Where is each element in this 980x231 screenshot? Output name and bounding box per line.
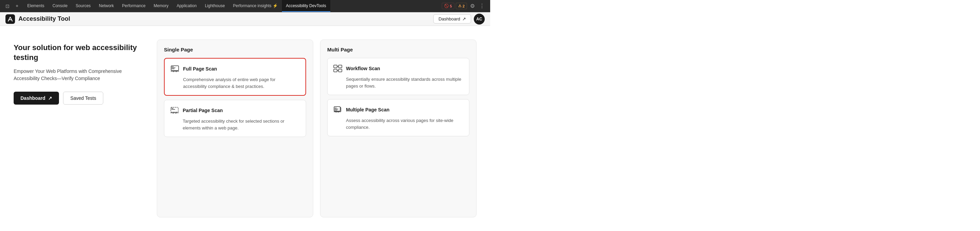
multi-page-group: Multi Page Workflow Scan S <box>320 40 477 217</box>
left-panel: Your solution for web accessibility test… <box>14 40 143 217</box>
logo-icon <box>5 14 15 24</box>
multiple-page-scan-icon <box>333 105 342 115</box>
full-page-scan-header: Full Page Scan <box>170 64 300 73</box>
tab-elements[interactable]: Elements <box>23 0 48 12</box>
tab-lighthouse[interactable]: Lighthouse <box>201 0 229 12</box>
app-header: Accessibility Tool Dashboard ↗ AC <box>0 12 490 26</box>
partial-page-scan-card[interactable]: Partial Page Scan Targeted accessibility… <box>164 100 306 137</box>
tab-console[interactable]: Console <box>48 0 72 12</box>
tab-network[interactable]: Network <box>95 0 118 12</box>
external-link-icon: ↗ <box>462 16 466 21</box>
red-error-count: 5 <box>450 4 452 8</box>
single-page-group: Single Page Full Page Scan Comprehensive <box>157 40 313 217</box>
partial-page-scan-header: Partial Page Scan <box>170 106 300 115</box>
app-title: Accessibility Tool <box>18 15 70 22</box>
dock-icon[interactable]: ⊡ <box>4 3 11 10</box>
header-dashboard-label: Dashboard <box>438 16 460 21</box>
hero-description: Empower Your Web Platforms with Comprehe… <box>14 68 143 82</box>
yellow-error-icon: ⚠ <box>458 4 461 8</box>
partial-page-scan-desc: Targeted accessibility check for selecte… <box>170 118 300 131</box>
tab-performance-insights[interactable]: Performance insights ⚡ <box>229 0 282 12</box>
tab-application[interactable]: Application <box>172 0 201 12</box>
svg-rect-6 <box>339 69 342 72</box>
devtools-system-icons: ⊡ ⌖ <box>2 3 23 10</box>
workflow-scan-icon <box>333 64 342 73</box>
svg-rect-4 <box>339 65 342 68</box>
saved-tests-button[interactable]: Saved Tests <box>63 92 103 105</box>
workflow-scan-card[interactable]: Workflow Scan Sequentially ensure access… <box>327 58 469 95</box>
error-count-red[interactable]: 🚫 5 <box>442 3 454 9</box>
devtools-tab-list: Elements Console Sources Network Perform… <box>23 0 330 12</box>
tab-accessibility-devtools[interactable]: Accessibility DevTools <box>282 0 330 12</box>
devtools-tabbar: ⊡ ⌖ Elements Console Sources Network Per… <box>0 0 490 12</box>
user-avatar: AC <box>474 14 485 24</box>
multiple-page-scan-header: Multiple Page Scan <box>333 105 464 115</box>
partial-page-scan-title: Partial Page Scan <box>183 108 223 113</box>
multi-page-title: Multi Page <box>327 47 469 53</box>
settings-icon[interactable]: ⚙ <box>468 2 477 10</box>
header-right: Dashboard ↗ AC <box>433 14 485 24</box>
hero-title: Your solution for web accessibility test… <box>14 43 143 62</box>
yellow-error-count: 2 <box>463 4 465 8</box>
full-page-scan-icon <box>170 64 180 73</box>
svg-rect-2 <box>171 107 178 112</box>
cards-section: Single Page Full Page Scan Comprehensive <box>157 40 477 217</box>
red-error-icon: 🚫 <box>444 4 449 8</box>
app-logo: Accessibility Tool <box>5 14 70 24</box>
svg-rect-5 <box>334 69 337 72</box>
dashboard-btn-label: Dashboard <box>21 96 45 101</box>
full-page-scan-desc: Comprehensive analysis of entire web pag… <box>170 76 300 89</box>
partial-page-scan-icon <box>170 106 179 115</box>
action-buttons: Dashboard ↗ Saved Tests <box>14 92 143 105</box>
single-page-title: Single Page <box>164 47 306 53</box>
svg-rect-1 <box>171 66 179 70</box>
more-options-icon[interactable]: ⋮ <box>478 2 486 10</box>
multiple-page-scan-card[interactable]: Multiple Page Scan Assess accessibility … <box>327 99 469 136</box>
multiple-page-scan-desc: Assess accessibility across various page… <box>333 117 464 131</box>
devtools-right-controls: 🚫 5 ⚠ 2 ⚙ ⋮ <box>442 2 489 10</box>
svg-rect-3 <box>334 65 337 68</box>
multiple-page-scan-title: Multiple Page Scan <box>346 107 390 112</box>
header-dashboard-button[interactable]: Dashboard ↗ <box>433 14 471 24</box>
main-content: Your solution for web accessibility test… <box>0 26 490 231</box>
error-count-yellow[interactable]: ⚠ 2 <box>456 3 467 9</box>
svg-rect-0 <box>5 14 15 24</box>
dashboard-external-icon: ↗ <box>48 96 52 101</box>
dashboard-button[interactable]: Dashboard ↗ <box>14 92 59 105</box>
workflow-scan-desc: Sequentially ensure accessibility standa… <box>333 76 464 89</box>
cursor-icon[interactable]: ⌖ <box>14 3 21 10</box>
full-page-scan-card[interactable]: Full Page Scan Comprehensive analysis of… <box>164 58 306 96</box>
tab-performance[interactable]: Performance <box>118 0 150 12</box>
full-page-scan-title: Full Page Scan <box>183 66 217 72</box>
tab-sources[interactable]: Sources <box>72 0 95 12</box>
tab-memory[interactable]: Memory <box>150 0 172 12</box>
workflow-scan-title: Workflow Scan <box>346 66 380 71</box>
workflow-scan-header: Workflow Scan <box>333 64 464 73</box>
